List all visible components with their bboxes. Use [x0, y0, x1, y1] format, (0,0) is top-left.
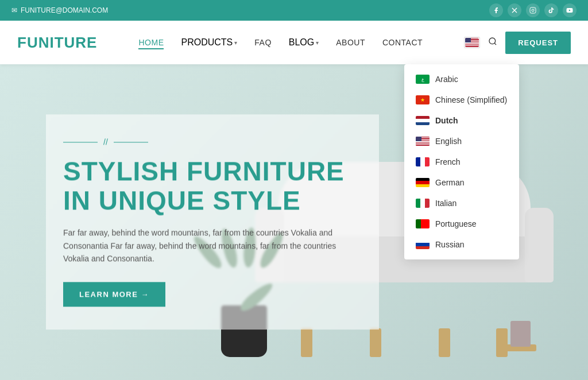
nav-home-link[interactable]: HOME	[138, 38, 164, 49]
portuguese-label: Portuguese	[435, 219, 477, 228]
svg-point-1	[532, 9, 534, 11]
twitter-x-icon[interactable]	[508, 3, 521, 17]
social-links	[489, 3, 577, 17]
nav-item-blog[interactable]: BLOG ▾	[289, 37, 319, 48]
request-button[interactable]: REQUEST	[505, 32, 571, 54]
nav-contact-link[interactable]: CONTACT	[382, 38, 423, 47]
sofa-leg-4	[496, 328, 508, 357]
facebook-icon[interactable]	[489, 3, 503, 17]
sofa-leg-3	[439, 328, 450, 357]
hero-description: Far far away, behind the word mountains,…	[63, 227, 356, 265]
svg-point-4	[489, 38, 496, 44]
hero-content: // STYLISH FURNITURE IN UNIQUE STYLE Far…	[46, 114, 379, 329]
english-flag-icon	[416, 137, 430, 146]
nav-item-home[interactable]: HOME	[138, 37, 164, 48]
instagram-icon[interactable]	[526, 3, 540, 17]
german-label: German	[435, 178, 465, 187]
products-chevron-icon: ▾	[234, 40, 237, 46]
lang-item-arabic[interactable]: ع Arabic	[404, 69, 519, 90]
nav-item-about[interactable]: ABOUT	[336, 37, 365, 48]
nav-links: HOME PRODUCTS ▾ FAQ BLOG ▾ ABOUT CONTACT	[138, 37, 423, 48]
lang-item-portuguese[interactable]: Portuguese	[404, 214, 519, 234]
sofa-arm-right	[525, 208, 554, 282]
email-text: FUNITURE@DOMAIN.COM	[21, 6, 108, 14]
arabic-label: Arabic	[435, 75, 458, 84]
lang-item-russian[interactable]: Russian	[404, 234, 519, 255]
nav-item-faq[interactable]: FAQ	[254, 37, 272, 48]
sofa-leg-1	[301, 328, 312, 357]
nav-faq-link[interactable]: FAQ	[254, 38, 272, 47]
sofa-leg-2	[370, 328, 381, 357]
english-label: English	[435, 137, 462, 146]
french-label: French	[435, 157, 461, 166]
search-button[interactable]	[488, 37, 497, 48]
nav-about-link[interactable]: ABOUT	[336, 38, 365, 47]
hero-divider: //	[63, 137, 356, 146]
site-logo[interactable]: FUNITURE	[17, 34, 97, 52]
tiktok-icon[interactable]	[544, 3, 558, 17]
navbar: FUNITURE HOME PRODUCTS ▾ FAQ BLOG ▾ ABOU…	[0, 21, 588, 64]
youtube-icon[interactable]	[563, 3, 577, 17]
coffee-items	[502, 344, 536, 351]
blog-chevron-icon: ▾	[316, 40, 319, 46]
russian-flag-icon	[416, 240, 430, 249]
svg-line-5	[494, 43, 496, 45]
envelope-icon: ✉	[11, 6, 17, 14]
lang-item-dutch[interactable]: Dutch	[404, 110, 519, 131]
learn-more-button[interactable]: LEARN MORE →	[63, 282, 165, 307]
svg-point-2	[534, 9, 535, 9]
german-flag-icon	[416, 178, 430, 187]
language-flag-button[interactable]	[464, 37, 480, 48]
nav-item-products[interactable]: PRODUCTS ▾	[181, 37, 237, 48]
lang-item-italian[interactable]: Italian	[404, 193, 519, 214]
nav-right: REQUEST	[464, 32, 571, 54]
italian-label: Italian	[435, 199, 457, 208]
russian-label: Russian	[435, 240, 465, 249]
svg-rect-0	[530, 7, 536, 13]
dutch-label: Dutch	[435, 116, 458, 125]
lang-item-french[interactable]: French	[404, 152, 519, 172]
email-bar: ✉ FUNITURE@DOMAIN.COM	[11, 6, 108, 14]
hero-title: STYLISH FURNITURE IN UNIQUE STYLE	[63, 157, 356, 215]
language-dropdown: ع Arabic ★ Chinese (Simplified) Dutch	[404, 64, 519, 259]
chinese-flag-icon: ★	[416, 95, 430, 104]
dutch-flag-icon	[416, 116, 430, 125]
nav-item-contact[interactable]: CONTACT	[382, 37, 423, 48]
hero-title-line2: IN UNIQUE STYLE	[63, 185, 301, 215]
nav-blog-link[interactable]: BLOG ▾	[289, 37, 319, 48]
divider-symbol: //	[103, 137, 108, 146]
portuguese-flag-icon	[416, 219, 430, 228]
chinese-label: Chinese (Simplified)	[435, 95, 507, 104]
lang-item-chinese[interactable]: ★ Chinese (Simplified)	[404, 90, 519, 110]
french-flag-icon	[416, 157, 430, 166]
hero-title-line1: STYLISH FURNITURE	[63, 156, 345, 186]
top-bar: ✉ FUNITURE@DOMAIN.COM	[0, 0, 588, 21]
nav-products-link[interactable]: PRODUCTS ▾	[181, 37, 237, 48]
arabic-flag-icon: ع	[416, 75, 430, 84]
mug	[510, 321, 531, 347]
lang-item-english[interactable]: English	[404, 131, 519, 152]
italian-flag-icon	[416, 199, 430, 208]
lang-item-german[interactable]: German	[404, 172, 519, 193]
